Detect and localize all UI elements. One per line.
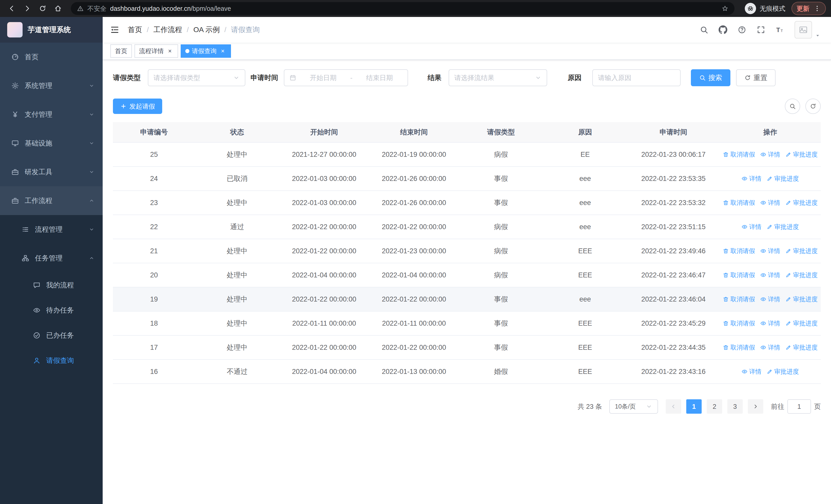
detail-link[interactable]: 详情 [760, 295, 780, 303]
sidebar-item-workflow[interactable]: 工作流程 [0, 186, 103, 215]
sidebar-item-payment-management[interactable]: 支付管理 [0, 100, 103, 129]
result-select[interactable]: 请选择流结果 [449, 69, 547, 86]
font-size-button[interactable] [776, 25, 784, 34]
sidebar-item-home[interactable]: 首页 [0, 42, 103, 71]
page-button-1[interactable]: 1 [686, 399, 701, 414]
approval-progress-link[interactable]: 审批进度 [767, 367, 799, 376]
security-label[interactable]: 不安全 [87, 4, 107, 13]
search-button[interactable]: 搜索 [691, 69, 730, 86]
cell-actions: 取消请假 详情 审批进度 [720, 247, 821, 255]
detail-link[interactable]: 详情 [741, 223, 762, 231]
prev-page-button[interactable] [666, 399, 681, 414]
chevron-left-icon [670, 404, 677, 410]
logo-avatar [7, 22, 23, 37]
url-text[interactable]: dashboard.yudao.iocoder.cn/bpm/oa/leave [110, 5, 718, 12]
browser-reload-button[interactable] [36, 2, 49, 15]
leave-type-select[interactable]: 请选择请假类型 [148, 69, 245, 86]
approval-progress-link[interactable]: 审批进度 [785, 247, 818, 255]
sidebar-item-todo-tasks[interactable]: 待办任务 [0, 298, 103, 323]
browser-back-button[interactable] [5, 2, 19, 15]
approval-progress-link[interactable]: 审批进度 [785, 199, 818, 207]
bookmark-star-icon[interactable] [722, 5, 728, 12]
next-page-button[interactable] [748, 399, 763, 414]
sidebar-collapse-button[interactable] [110, 25, 120, 35]
detail-link[interactable]: 详情 [741, 175, 762, 183]
approval-progress-link[interactable]: 审批进度 [767, 175, 799, 183]
reset-button[interactable]: 重置 [736, 69, 776, 86]
filter-form: 请假类型 请选择请假类型 申请时间 开始日期 - 结束日期 结果 请选择流结果 [113, 69, 821, 86]
app-logo[interactable]: 芋道管理系统 [0, 17, 103, 42]
apply-time-range-picker[interactable]: 开始日期 - 结束日期 [284, 69, 408, 86]
create-leave-button[interactable]: 发起请假 [113, 98, 162, 114]
detail-link[interactable]: 详情 [760, 343, 780, 352]
approval-progress-link[interactable]: 审批进度 [785, 343, 818, 352]
page-button-2[interactable]: 2 [707, 399, 722, 414]
broken-image-icon [799, 25, 808, 34]
approval-progress-link[interactable]: 审批进度 [785, 295, 818, 303]
edit-icon [767, 176, 773, 182]
cancel-leave-link[interactable]: 取消请假 [723, 247, 755, 255]
close-icon[interactable]: × [166, 48, 173, 55]
tab-leave-query[interactable]: 请假查询 × [181, 45, 231, 58]
sidebar-item-dev-tools[interactable]: 研发工具 [0, 157, 103, 186]
sidebar-item-label: 支付管理 [25, 110, 52, 119]
sidebar-item-leave-query[interactable]: 请假查询 [0, 348, 103, 373]
browser-forward-button[interactable] [21, 2, 34, 15]
cancel-leave-link[interactable]: 取消请假 [723, 271, 755, 279]
sidebar-item-task-management[interactable]: 任务管理 [0, 244, 103, 272]
cancel-leave-link[interactable]: 取消请假 [723, 295, 755, 303]
cell-leave-type: 事假 [459, 319, 543, 328]
browser-home-button[interactable] [51, 2, 65, 15]
approval-progress-link[interactable]: 审批进度 [767, 223, 799, 231]
breadcrumb-item-home[interactable]: 首页 [128, 25, 142, 35]
detail-link[interactable]: 详情 [760, 199, 780, 207]
address-bar[interactable]: 不安全 dashboard.yudao.iocoder.cn/bpm/oa/le… [71, 2, 735, 15]
detail-link[interactable]: 详情 [741, 367, 762, 376]
sidebar-item-label: 系统管理 [25, 81, 52, 90]
user-avatar-menu[interactable] [795, 21, 821, 38]
approval-progress-link[interactable]: 审批进度 [785, 319, 818, 327]
chat-icon [33, 281, 40, 289]
sidebar: 芋道管理系统 首页 系统管理 支付管理 基础设施 研发工具 工作流 [0, 17, 103, 504]
table-body: 25 处理中 2021-12-27 00:00:00 2022-01-19 00… [113, 143, 821, 384]
cell-leave-type: 事假 [459, 198, 543, 207]
goto-page-input[interactable] [787, 399, 811, 414]
detail-link[interactable]: 详情 [760, 271, 780, 279]
user-icon [33, 357, 40, 364]
reason-input[interactable] [598, 74, 675, 82]
refresh-table-button[interactable] [805, 98, 821, 114]
cell-status: 处理中 [195, 343, 279, 352]
sidebar-background [0, 373, 103, 504]
cancel-leave-link[interactable]: 取消请假 [723, 343, 755, 352]
detail-link[interactable]: 详情 [760, 247, 780, 255]
page-size-select[interactable]: 10条/页 [609, 399, 658, 414]
sidebar-item-process-management[interactable]: 流程管理 [0, 215, 103, 244]
detail-link[interactable]: 详情 [760, 319, 780, 327]
sidebar-item-done-tasks[interactable]: 已办任务 [0, 323, 103, 348]
page-button-3[interactable]: 3 [727, 399, 743, 414]
sidebar-item-my-processes[interactable]: 我的流程 [0, 272, 103, 298]
edit-icon [785, 248, 792, 254]
close-icon[interactable]: × [219, 48, 226, 55]
cancel-leave-link[interactable]: 取消请假 [723, 319, 755, 327]
cancel-leave-link[interactable]: 取消请假 [723, 199, 755, 207]
menu-dots-icon[interactable] [813, 5, 821, 12]
browser-update-button[interactable]: 更新 [792, 2, 826, 15]
sidebar-item-infrastructure[interactable]: 基础设施 [0, 129, 103, 157]
approval-progress-link[interactable]: 审批进度 [785, 150, 818, 158]
sidebar-item-label: 工作流程 [25, 196, 52, 205]
active-dot [185, 49, 190, 53]
range-separator: - [350, 74, 353, 82]
sidebar-item-system-management[interactable]: 系统管理 [0, 71, 103, 100]
help-button[interactable] [738, 25, 746, 34]
fullscreen-button[interactable] [756, 25, 765, 34]
approval-progress-link[interactable]: 审批进度 [785, 271, 818, 279]
breadcrumb-item-oa-example: OA 示例 [194, 25, 220, 35]
tab-process-detail[interactable]: 流程详情 × [135, 45, 178, 58]
cancel-leave-link[interactable]: 取消请假 [723, 150, 755, 158]
toggle-search-button[interactable] [785, 98, 800, 114]
header-search-button[interactable] [699, 25, 708, 34]
tab-home[interactable]: 首页 [110, 45, 132, 58]
detail-link[interactable]: 详情 [760, 150, 780, 158]
github-link[interactable] [719, 25, 727, 34]
